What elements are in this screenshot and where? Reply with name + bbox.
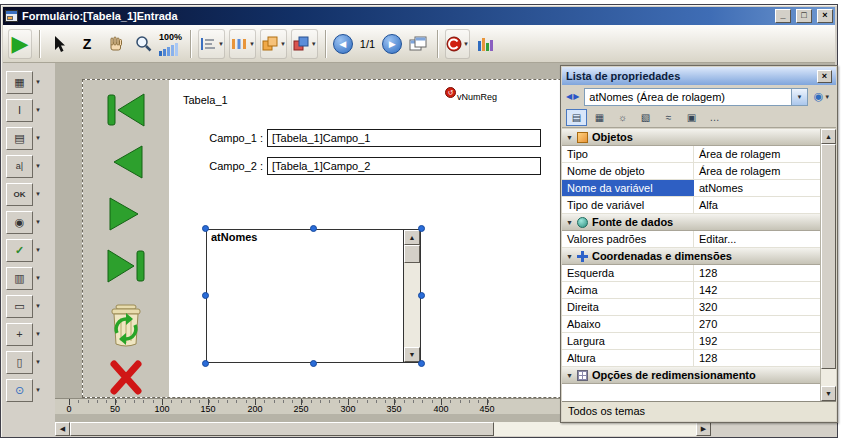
scroll-area-object[interactable]: atNomes ▲ ▼ (206, 229, 421, 363)
radio-button-tool[interactable]: ◉▼ (6, 209, 52, 235)
dropdown-icon[interactable]: ▼ (35, 387, 41, 393)
dropdown-icon[interactable]: ▼ (311, 41, 317, 47)
property-row-abaixo[interactable]: Abaixo270 (562, 316, 820, 333)
property-value[interactable]: Área de rolagem (694, 163, 820, 179)
property-value[interactable]: 320 (694, 299, 820, 315)
close-button[interactable]: × (817, 9, 833, 23)
property-row-altura[interactable]: Altura128 (562, 350, 820, 367)
section-header-coordenadas[interactable]: ▼ Coordenadas e dimensões (562, 248, 820, 265)
tab-appearance[interactable]: ▧ (635, 109, 656, 126)
numreg-variable-label[interactable]: vNumReg (457, 92, 497, 102)
dropdown-icon[interactable]: ▼ (35, 331, 41, 337)
dropdown-icon[interactable]: ▼ (463, 41, 469, 47)
scroll-down-button[interactable]: ▼ (404, 347, 420, 362)
property-value[interactable]: atNomes (694, 180, 820, 196)
property-value[interactable]: Área de rolagem (694, 146, 820, 162)
dropdown-icon[interactable]: ▼ (35, 135, 41, 141)
section-header-objetos[interactable]: ▼ Objetos (562, 129, 820, 146)
tab-order-tool-button[interactable]: Z (75, 29, 99, 59)
cancel-button[interactable] (98, 360, 154, 396)
dropdown-icon[interactable]: ▼ (35, 359, 41, 365)
table-title-label[interactable]: Tabela_1 (183, 94, 228, 106)
property-row-direita[interactable]: Direita320 (562, 299, 820, 316)
dropdown-icon[interactable]: ▼ (35, 191, 41, 197)
zoom-level-display[interactable]: 100% (159, 27, 183, 61)
next-page-button[interactable]: ▶ (382, 34, 402, 54)
property-row-nome-variavel[interactable]: Nome da variávelatNomes (562, 180, 820, 197)
numreg-action-icon[interactable]: ↺ (445, 87, 456, 98)
property-value[interactable]: 128 (694, 265, 820, 281)
scroll-down-button[interactable]: ▼ (821, 386, 836, 401)
active-object-tool[interactable]: ▦▼ (6, 69, 52, 95)
maximize-button[interactable]: □ (796, 9, 812, 23)
combo-dropdown-button[interactable]: ▼ (791, 89, 807, 105)
zoom-tool-button[interactable] (131, 29, 155, 59)
next-record-button[interactable] (98, 194, 154, 234)
tab-control-tool[interactable]: ▥▼ (6, 265, 52, 291)
property-value[interactable]: Alfa (694, 197, 820, 213)
tab-properties[interactable]: ▤ (566, 109, 587, 126)
field-input-campo2[interactable]: [Tabela_1]Campo_2 (267, 157, 541, 175)
selection-handle[interactable] (310, 225, 317, 232)
standard-action-menu-button[interactable]: ▼ (445, 29, 470, 59)
object-selector-combo[interactable]: atNomes (Área de rolagem) ▼ (584, 88, 808, 106)
clock-tool[interactable]: ⊙▼ (6, 377, 52, 403)
list-box-tool[interactable]: a|▼ (6, 153, 52, 179)
dropdown-icon[interactable]: ▼ (35, 163, 41, 169)
property-row-valores-padroes[interactable]: Valores padrõesEditar... (562, 231, 820, 248)
property-value[interactable]: 192 (694, 333, 820, 349)
selection-handle[interactable] (202, 292, 209, 299)
dropdown-icon[interactable]: ▼ (249, 41, 255, 47)
minimize-button[interactable]: _ (775, 9, 791, 23)
tab-events[interactable]: ≈ (658, 109, 679, 126)
field-input-campo1[interactable]: [Tabela_1]Campo_1 (267, 129, 541, 147)
scrollbar-thumb[interactable] (821, 144, 836, 369)
tab-screen[interactable]: ▣ (681, 109, 702, 126)
property-value[interactable]: 270 (694, 316, 820, 332)
scroll-right-button[interactable]: ▶ (696, 422, 711, 436)
property-value[interactable]: 128 (694, 350, 820, 366)
hand-tool-button[interactable] (103, 29, 127, 59)
property-value-edit-button[interactable]: Editar... (694, 231, 820, 247)
previous-page-button[interactable]: ◀ (333, 34, 353, 54)
button-tool[interactable]: OK▼ (6, 181, 52, 207)
distribute-menu-button[interactable]: ▼ (229, 29, 256, 59)
first-record-button[interactable] (98, 90, 154, 130)
delete-record-button[interactable] (98, 302, 154, 350)
arrange-menu-button[interactable]: ▼ (291, 29, 318, 59)
section-header-redimensionamento[interactable]: ▼ Opções de redimensionamento (562, 367, 820, 384)
dropdown-icon[interactable]: ▼ (35, 303, 41, 309)
dropdown-icon[interactable]: ▼ (35, 107, 41, 113)
dropdown-icon[interactable]: ▼ (35, 79, 41, 85)
field-label-campo1[interactable]: Campo_1 : (187, 132, 263, 144)
selection-handle[interactable] (202, 360, 209, 367)
group-menu-button[interactable]: ▼ (260, 29, 287, 59)
line-tool[interactable]: +▼ (6, 321, 52, 347)
property-row-nome-objeto[interactable]: Nome de objetoÁrea de rolagem (562, 163, 820, 180)
pointer-tool-button[interactable] (47, 29, 71, 59)
tab-display[interactable]: ▦ (589, 109, 610, 126)
combo-box-tool[interactable]: ▤▼ (6, 125, 52, 151)
scrollbar-thumb[interactable] (404, 245, 420, 263)
scrollbar-thumb[interactable] (70, 422, 494, 436)
previous-record-button[interactable] (98, 142, 154, 182)
selection-handle[interactable] (418, 292, 425, 299)
property-row-acima[interactable]: Acima142 (562, 282, 820, 299)
dropdown-icon[interactable]: ▼ (35, 219, 41, 225)
section-header-fonte-de-dados[interactable]: ▼ Fonte de dados (562, 214, 820, 231)
dropdown-icon[interactable]: ▼ (218, 41, 224, 47)
tab-more[interactable]: … (704, 109, 725, 126)
scroll-area[interactable]: atNomes ▲ ▼ (206, 229, 421, 363)
property-list-close-button[interactable]: × (817, 70, 832, 83)
scroll-up-button[interactable]: ▲ (404, 230, 420, 245)
object-nav-buttons[interactable]: ◀▶ (566, 92, 580, 101)
property-row-esquerda[interactable]: Esquerda128 (562, 265, 820, 282)
splitter-tool[interactable]: ▯▼ (6, 349, 52, 375)
scroll-up-button[interactable]: ▲ (821, 129, 836, 144)
property-grid-vscrollbar[interactable]: ▲ ▼ (820, 129, 836, 401)
group-box-tool[interactable]: ▭▼ (6, 293, 52, 319)
run-button[interactable]: ▶ (8, 29, 32, 59)
property-row-tipo[interactable]: TipoÁrea de rolagem (562, 146, 820, 163)
dropdown-icon[interactable]: ▼ (35, 247, 41, 253)
selection-handle[interactable] (202, 225, 209, 232)
